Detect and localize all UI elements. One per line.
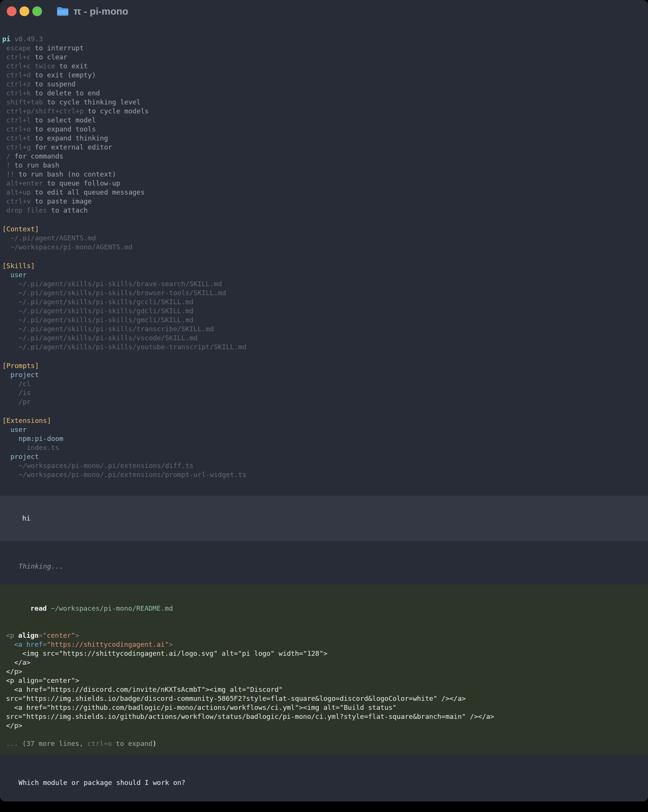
- terminal-window: π - pi-mono pi v0.49.3 escape to interru…: [0, 0, 648, 801]
- expand-hint: ... (37 more lines, ctrl+o to expand): [6, 739, 642, 748]
- help-line: !! to run bash (no context): [2, 170, 648, 179]
- close-button[interactable]: [7, 6, 17, 16]
- section-title: [Prompts]: [2, 361, 648, 370]
- minimize-button[interactable]: [20, 6, 29, 16]
- tool-output-block: read~/workspaces/pi-mono/README.md <p al…: [0, 585, 648, 755]
- help-line: ctrl+t to expand thinking: [2, 134, 648, 143]
- help-lines: escape to interrupt ctrl+c to clear ctrl…: [2, 44, 648, 215]
- section-row: ~/.pi/agent/skills/pi-skills/gccli/SKILL…: [2, 298, 648, 307]
- sections-block: [Context] ~/.pi/agent/AGENTS.md ~/worksp…: [0, 224, 648, 479]
- section-row: project: [2, 452, 648, 461]
- section-skills: [Skills] user ~/.pi/agent/skills/pi-skil…: [0, 261, 648, 351]
- section-row: index.ts: [2, 443, 648, 452]
- thinking-indicator: Thinking...: [0, 553, 648, 580]
- section-row: /pr: [2, 397, 648, 406]
- thinking-text: Thinking...: [18, 562, 63, 570]
- app-version: v0.49.3: [11, 35, 43, 43]
- help-line: ctrl+c twice to exit: [2, 62, 648, 70]
- section-title: [Context]: [2, 224, 648, 234]
- user-message: hi: [0, 496, 648, 541]
- assistant-message-text: Which module or package should I work on…: [18, 778, 185, 786]
- code-line: src="https://img.shields.io/badge/discor…: [6, 694, 642, 703]
- app-version-line: pi v0.49.3: [2, 35, 648, 44]
- code-line: [6, 622, 642, 631]
- section-row: ~/.pi/agent/skills/pi-skills/vscode/SKIL…: [2, 334, 648, 342]
- help-line: ! to run bash: [2, 161, 648, 170]
- code-line: </a>: [6, 658, 642, 667]
- help-line: ctrl+p/shift+ctrl+p to cycle models: [2, 107, 648, 116]
- help-line: ctrl+d to exit (empty): [2, 70, 648, 79]
- help-line: ctrl+l to select model: [2, 116, 648, 125]
- section-row: ~/.pi/agent/skills/pi-skills/browser-too…: [2, 288, 648, 298]
- code-line: <img src="https://shittycodingagent.ai/l…: [6, 649, 642, 658]
- code-line: <a href="https://shittycodingagent.ai">: [6, 640, 642, 649]
- app-name: pi: [2, 35, 11, 43]
- code-line: <a href="https://github.com/badlogic/pi-…: [6, 703, 642, 712]
- help-line: drop files to attach: [2, 206, 648, 215]
- section-title: [Extensions]: [2, 416, 648, 425]
- assistant-message: Which module or package should I work on…: [0, 769, 648, 796]
- help-line: ctrl+g for external editor: [2, 143, 648, 152]
- help-line: shift+tab to cycle thinking level: [2, 98, 648, 107]
- help-line: ctrl+z to suspend: [2, 79, 648, 89]
- code-line: </p>: [6, 721, 642, 730]
- section-row: ~/workspaces/pi-mono/.pi/extensions/prom…: [2, 470, 648, 479]
- help-line: / for commands: [2, 152, 648, 161]
- section-context: [Context] ~/.pi/agent/AGENTS.md ~/worksp…: [0, 224, 648, 252]
- section-title: [Skills]: [2, 261, 648, 270]
- help-line: ctrl+o to expand tools: [2, 125, 648, 134]
- maximize-button[interactable]: [32, 6, 42, 16]
- window-title: π - pi-mono: [73, 6, 128, 17]
- section-row: user: [2, 270, 648, 279]
- user-message-text: hi: [22, 514, 30, 522]
- section-row: /is: [2, 388, 648, 397]
- help-line: ctrl+k to delete to end: [2, 89, 648, 98]
- help-block: pi v0.49.3 escape to interrupt ctrl+c to…: [0, 35, 648, 215]
- code-line: <p align="center">: [6, 631, 642, 640]
- help-line: ctrl+c to clear: [2, 53, 648, 62]
- section-row: ~/workspaces/pi-mono/.pi/extensions/diff…: [2, 461, 648, 470]
- section-prompts: [Prompts] project /cl /is /pr: [0, 361, 648, 406]
- section-row: user: [2, 425, 648, 434]
- section-row: ~/.pi/agent/AGENTS.md: [2, 234, 648, 243]
- folder-icon: [56, 6, 69, 17]
- window-title-group: π - pi-mono: [56, 6, 128, 17]
- code-line: <p align="center">: [6, 676, 642, 685]
- section-row: /cl: [2, 379, 648, 388]
- section-row: npm:pi-doom: [2, 434, 648, 443]
- section-row: ~/.pi/agent/skills/pi-skills/gdcli/SKILL…: [2, 307, 648, 316]
- help-line: alt+enter to queue follow-up: [2, 179, 648, 188]
- tool-header: read~/workspaces/pi-mono/README.md: [6, 595, 642, 622]
- tool-content: <p align="center"> <a href="https://shit…: [6, 622, 642, 730]
- section-row: ~/.pi/agent/skills/pi-skills/gmcli/SKILL…: [2, 316, 648, 325]
- help-line: ctrl+v to paste image: [2, 197, 648, 206]
- section-row: ~/.pi/agent/skills/pi-skills/transcribe/…: [2, 325, 648, 334]
- section-row: ~/workspaces/pi-mono/AGENTS.md: [2, 243, 648, 252]
- tool-name: read: [30, 604, 47, 612]
- traffic-lights: [7, 6, 42, 16]
- code-line: src="https://img.shields.io/github/actio…: [6, 712, 642, 721]
- help-line: escape to interrupt: [2, 44, 648, 53]
- section-extensions: [Extensions] user npm:pi-doom index.ts p…: [0, 416, 648, 479]
- section-row: ~/.pi/agent/skills/pi-skills/youtube-tra…: [2, 342, 648, 351]
- section-row: project: [2, 370, 648, 379]
- title-bar: π - pi-mono: [0, 0, 648, 23]
- tool-path: ~/workspaces/pi-mono/README.md: [51, 604, 173, 612]
- code-line: </p>: [6, 667, 642, 676]
- section-row: ~/.pi/agent/skills/pi-skills/brave-searc…: [2, 279, 648, 288]
- help-line: alt+up to edit all queued messages: [2, 188, 648, 197]
- code-line: <a href="https://discord.com/invite/nKXT…: [6, 685, 642, 694]
